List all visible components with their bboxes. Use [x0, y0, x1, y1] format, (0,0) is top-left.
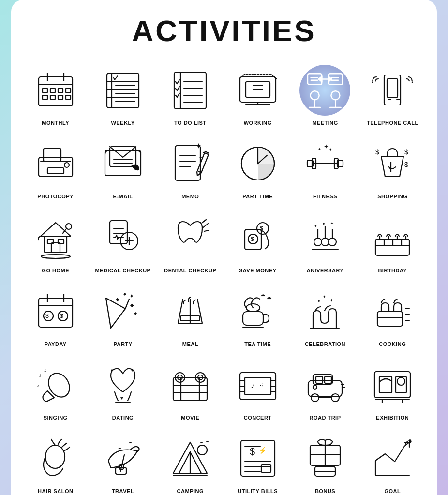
icon-label-cooking: COOKING: [379, 341, 406, 347]
icon-label-meal: MEAL: [182, 341, 198, 347]
icon-cell-photocopy: PHOTOCOPY: [23, 133, 88, 203]
icon-label-bonus: BONUS: [315, 488, 335, 495]
svg-rect-219: [261, 465, 271, 472]
svg-text:✦: ✦: [317, 299, 321, 304]
icon-label-payday: PAYDAY: [45, 341, 67, 347]
svg-rect-8: [43, 95, 47, 99]
icon-cell-travel: ☁ ☁ TRAVEL: [90, 428, 155, 495]
page-title: ACTIVITIES: [132, 14, 316, 48]
icon-cell-party: ✦ ◆ ◆ ◆ ◆ PARTY: [90, 281, 155, 350]
icon-cell-utility: $ ⚡ UTILITY BILLS: [225, 428, 290, 495]
icon-cell-weekly: WEEKLY: [90, 60, 155, 129]
icon-box-dental: [164, 211, 217, 264]
icon-box-utility: $ ⚡: [231, 432, 284, 485]
icon-label-parttime: PART TIME: [242, 193, 273, 200]
icon-label-party: PARTY: [114, 341, 133, 347]
svg-text:♪: ♪: [37, 383, 39, 388]
icon-label-dating: DATING: [112, 414, 134, 421]
icon-label-anniversary: ANIVERSARY: [307, 267, 344, 274]
icon-label-goal: GOAL: [384, 488, 401, 495]
icon-cell-memo: ✦ + MEMO: [158, 133, 223, 203]
icon-label-todo: TO DO LIST: [174, 120, 207, 126]
svg-line-101: [202, 220, 206, 223]
svg-point-200: [45, 445, 65, 468]
svg-rect-151: [377, 312, 403, 326]
icon-box-birthday: [366, 211, 419, 264]
icon-box-working: [231, 63, 284, 117]
icon-cell-hairsalon: HAIR SALON: [23, 428, 88, 495]
icon-box-camping: ☁ ☁: [164, 432, 217, 485]
icon-cell-gohome: GO HOME: [23, 207, 88, 277]
svg-text:⚡: ⚡: [258, 447, 267, 455]
icon-box-fitness: ✦ ✦ ✦: [299, 137, 352, 190]
svg-point-186: [331, 394, 339, 402]
icon-label-teatime: TEA TIME: [244, 341, 271, 347]
svg-text:✦: ✦: [323, 295, 326, 299]
icon-cell-meal: MEAL: [158, 281, 223, 350]
icon-box-celebration: ✦ ✦ ✦: [299, 285, 352, 338]
icon-cell-fitness: ✦ ✦ ✦ FITNESS: [292, 133, 358, 203]
svg-text:$: $: [60, 313, 63, 319]
icon-cell-parttime: PART TIME: [225, 133, 290, 203]
icon-cell-monthly: MONTHLY: [23, 60, 88, 129]
icon-label-singing: SINGING: [44, 414, 68, 421]
icon-box-party: ✦ ◆ ◆ ◆ ◆: [96, 285, 149, 338]
svg-point-41: [311, 91, 319, 100]
icon-grid: MONTHLY WEEKLY TO DO LIST: [23, 60, 425, 495]
icon-label-shopping: SHOPPING: [377, 193, 407, 200]
svg-rect-142: [243, 312, 263, 325]
icon-box-email: [96, 137, 149, 190]
icon-label-email: E-MAIL: [113, 193, 133, 200]
svg-line-99: [203, 224, 208, 227]
svg-point-54: [64, 163, 69, 167]
icon-box-goal: [366, 432, 419, 485]
svg-text:+: +: [199, 155, 202, 160]
svg-text:✦: ✦: [329, 298, 333, 303]
icon-box-meeting: [299, 63, 352, 117]
icon-label-monthly: MONTHLY: [42, 120, 69, 126]
icon-box-savemoney: $ $: [231, 211, 284, 264]
svg-text:◆: ◆: [130, 302, 134, 308]
svg-point-110: [329, 238, 336, 246]
svg-text:$: $: [251, 236, 254, 242]
svg-text:♫: ♫: [259, 381, 264, 388]
icon-cell-meeting: MEETING: [292, 60, 358, 129]
svg-rect-20: [174, 72, 206, 109]
svg-text:♥: ♥: [131, 368, 134, 373]
svg-point-185: [311, 394, 319, 402]
svg-rect-11: [66, 95, 71, 99]
svg-text:☁: ☁: [266, 294, 272, 300]
icon-label-birthday: BIRTHDAY: [378, 267, 407, 274]
icon-box-travel: ☁ ☁: [96, 432, 149, 485]
icon-label-savemoney: SAVE MONEY: [239, 267, 277, 274]
icon-cell-movie: MOVIE: [158, 354, 223, 424]
icon-label-utility: UTILITY BILLS: [238, 488, 278, 495]
icon-label-weekly: WEEKLY: [111, 120, 134, 126]
icon-cell-dating: ♥ ♥ ♥ DATING: [90, 354, 155, 424]
svg-text:♪: ♪: [251, 381, 254, 390]
icon-label-fitness: FITNESS: [313, 193, 337, 200]
icon-box-weekly: [96, 63, 149, 117]
svg-point-209: [197, 445, 207, 455]
icon-label-travel: TRAVEL: [112, 488, 134, 495]
svg-text:☁: ☁: [205, 439, 209, 443]
icon-cell-singing: ♪ ♫ ♪ SINGING: [23, 354, 88, 424]
icon-box-hairsalon: [29, 432, 82, 485]
svg-text:✦: ✦: [324, 143, 329, 150]
svg-point-91: [66, 224, 72, 229]
icon-box-payday: $ $: [29, 285, 82, 338]
icon-cell-email: E-MAIL: [90, 133, 155, 203]
icon-label-medical: MEDICAL CHECKUP: [95, 267, 151, 274]
svg-text:♪: ♪: [39, 372, 42, 379]
icon-cell-payday: $ $ PAYDAY: [23, 281, 88, 350]
svg-text:✦: ✦: [129, 293, 134, 300]
icon-label-gohome: GO HOME: [42, 267, 69, 274]
icon-box-bonus: [299, 432, 352, 485]
svg-rect-60: [175, 146, 200, 180]
svg-text:☁: ☁: [118, 446, 121, 450]
icon-label-celebration: CELEBRATION: [305, 341, 345, 347]
icon-box-monthly: [29, 63, 82, 117]
icon-label-meeting: MEETING: [312, 120, 338, 126]
icon-label-telephone: TELEPHONE CALL: [367, 120, 418, 126]
icon-cell-concert: ♪ ♫ CONCERT: [225, 354, 290, 424]
